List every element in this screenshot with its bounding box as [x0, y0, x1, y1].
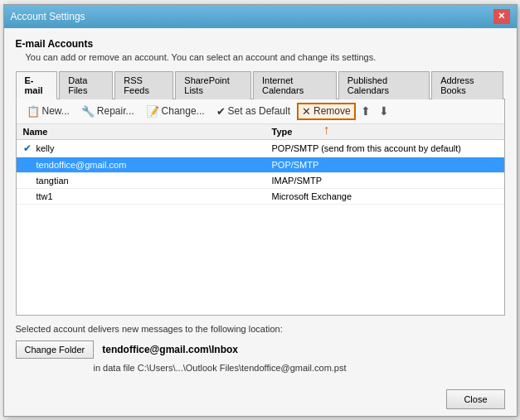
- delivery-label: Selected account delivers new messages t…: [16, 324, 505, 334]
- folder-name: tendoffice@gmail.com\Inbox: [102, 344, 238, 355]
- change-icon: 📝: [146, 105, 159, 118]
- remove-label: Remove: [313, 105, 351, 117]
- tabs-container: E-mail Data Files RSS Feeds SharePoint L…: [16, 70, 505, 99]
- main-title: E-mail Accounts: [16, 38, 505, 50]
- row-type: POP/SMTP (send from this account by defa…: [272, 143, 498, 153]
- data-file-path: in data file C:\Users\...\Outlook Files\…: [94, 363, 505, 373]
- tab-rssfeeds[interactable]: RSS Feeds: [114, 71, 173, 99]
- folder-row: Change Folder tendoffice@gmail.com\Inbox: [16, 340, 505, 359]
- toolbar: 📋 New... 🔧 Repair... 📝 Change... ✔ Set a…: [17, 99, 504, 124]
- new-button[interactable]: 📋 New...: [22, 103, 75, 120]
- table-row[interactable]: tendoffice@gmail.com POP/SMTP: [17, 157, 504, 173]
- table-row[interactable]: tangtian IMAP/SMTP: [17, 173, 504, 189]
- checkmark-icon: ✔: [216, 105, 226, 118]
- remove-icon: ✕: [302, 105, 311, 118]
- table-row[interactable]: ttw1 Microsoft Exchange: [17, 189, 504, 205]
- row-type: Microsoft Exchange: [272, 191, 498, 201]
- remove-button[interactable]: ✕ Remove: [297, 103, 356, 120]
- bottom-section: Selected account delivers new messages t…: [16, 316, 505, 373]
- move-down-button[interactable]: ⬇: [376, 103, 392, 119]
- set-default-label: Set as Default: [228, 105, 290, 117]
- col-header-name: Name: [23, 127, 272, 137]
- new-label: New...: [42, 105, 70, 117]
- title-bar: Account Settings ✕: [4, 5, 517, 28]
- row-type: IMAP/SMTP: [272, 176, 498, 186]
- table-header: Name Type: [17, 124, 504, 140]
- new-icon: 📋: [27, 105, 40, 118]
- header-section: E-mail Accounts You can add or remove an…: [16, 38, 505, 62]
- change-button[interactable]: 📝 Change...: [141, 103, 210, 120]
- row-name: tendoffice@gmail.com: [36, 160, 272, 170]
- dialog-footer: Close: [4, 383, 517, 416]
- accounts-table: Name Type ✔ kelly POP/SMTP (send from th…: [17, 124, 504, 315]
- tab-email[interactable]: E-mail: [16, 71, 58, 99]
- repair-button[interactable]: 🔧 Repair...: [76, 103, 139, 120]
- close-button[interactable]: Close: [446, 389, 504, 409]
- table-rows: ✔ kelly POP/SMTP (send from this account…: [17, 140, 504, 205]
- dialog-body: E-mail Accounts You can add or remove an…: [4, 28, 517, 383]
- check-icon: ✔: [23, 142, 36, 154]
- folder-path: tendoffice@gmail.com\Inbox: [102, 344, 238, 355]
- tab-publishedcalendars[interactable]: Published Calendars: [338, 71, 430, 99]
- subtitle: You can add or remove an account. You ca…: [26, 52, 505, 62]
- set-default-button[interactable]: ✔ Set as Default: [211, 103, 295, 120]
- change-label: Change...: [162, 105, 205, 117]
- table-row[interactable]: ✔ kelly POP/SMTP (send from this account…: [17, 140, 504, 157]
- repair-icon: 🔧: [81, 105, 95, 118]
- row-name: ttw1: [36, 191, 272, 201]
- tab-addressbooks[interactable]: Address Books: [431, 71, 503, 99]
- tab-datafiles[interactable]: Data Files: [59, 71, 113, 99]
- dialog-title: Account Settings: [11, 11, 85, 22]
- tab-sharepointlists[interactable]: SharePoint Lists: [175, 71, 251, 99]
- col-header-type: Type: [272, 127, 498, 137]
- row-name: tangtian: [36, 176, 272, 186]
- row-type: POP/SMTP: [272, 160, 498, 170]
- row-name: kelly: [36, 143, 272, 153]
- change-folder-button[interactable]: Change Folder: [16, 340, 95, 359]
- account-settings-dialog: Account Settings ✕ E-mail Accounts You c…: [3, 4, 518, 417]
- repair-label: Repair...: [97, 105, 134, 117]
- arrow-indicator: ↑: [323, 123, 330, 138]
- tab-internetcalendars[interactable]: Internet Calendars: [253, 71, 337, 99]
- close-icon[interactable]: ✕: [493, 9, 510, 24]
- tab-content: 📋 New... 🔧 Repair... 📝 Change... ✔ Set a…: [16, 99, 505, 316]
- move-up-button[interactable]: ⬆: [357, 103, 374, 119]
